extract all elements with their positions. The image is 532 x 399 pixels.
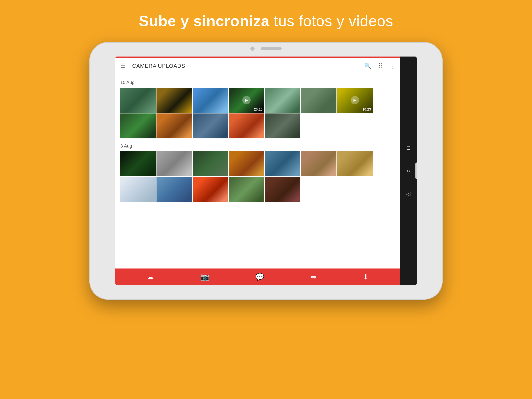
tablet-screen: ☰ CAMERA UPLOADS 🔍 ⠿ ⋮ 10 Aug ▶ [115,57,417,285]
photo-grid-aug10: ▶ 20:10 ▶ 10:23 [120,88,395,138]
front-camera [250,47,254,51]
video-duration: 10:23 [362,108,371,111]
list-item[interactable] [265,114,300,138]
sync-icon[interactable]: ⇔ [310,273,316,281]
play-button[interactable]: ▶ [351,96,359,104]
list-item[interactable] [229,114,264,138]
list-item[interactable] [265,151,300,176]
tablet-device: ☰ CAMERA UPLOADS 🔍 ⠿ ⋮ 10 Aug ▶ [89,42,443,300]
android-back-button[interactable]: ◁ [406,191,411,197]
headline-rest: tus fotos y videos [270,13,393,29]
list-item[interactable] [229,151,264,176]
photo-scroll-area[interactable]: 10 Aug ▶ 20:10 ▶ 10:23 [115,74,400,268]
app-content: ☰ CAMERA UPLOADS 🔍 ⠿ ⋮ 10 Aug ▶ [115,57,400,285]
android-home-button[interactable]: ○ [407,168,410,174]
list-item[interactable] [265,177,300,202]
list-item[interactable] [265,88,300,113]
tablet-top-bar [250,47,282,51]
red-stripe [115,57,400,58]
android-nav-bar: □ ○ ◁ [400,57,417,285]
date-label-aug3: 3 Aug [120,143,395,149]
date-label-aug10: 10 Aug [120,80,395,85]
more-options-icon[interactable]: ⋮ [389,63,395,70]
list-item[interactable] [337,151,373,176]
list-item[interactable] [157,151,192,176]
toolbar-title: CAMERA UPLOADS [132,63,364,69]
list-item[interactable] [229,177,264,202]
list-item[interactable] [157,88,192,113]
bottom-navigation-bar: ☁ 📷 💬 ⇔ ⬇ [115,268,400,285]
list-item[interactable] [193,88,228,113]
play-button[interactable]: ▶ [242,96,251,104]
list-item[interactable] [193,177,228,202]
download-icon[interactable]: ⬇ [363,273,368,281]
list-item[interactable] [120,177,156,202]
list-item[interactable] [120,151,156,176]
list-item[interactable] [157,177,192,202]
hamburger-menu-icon[interactable]: ☰ [120,63,126,70]
list-item[interactable]: ▶ 20:10 [229,88,264,113]
video-duration: 20:10 [254,108,262,111]
headline-bold: Sube y sincroniza [139,13,270,29]
list-item[interactable] [120,88,156,113]
chat-icon[interactable]: 💬 [255,273,264,281]
toolbar: ☰ CAMERA UPLOADS 🔍 ⠿ ⋮ [115,58,400,74]
camera-icon[interactable]: 📷 [200,273,209,281]
list-item[interactable] [301,151,336,176]
headline: Sube y sincroniza tus fotos y videos [139,13,393,30]
list-item[interactable]: ▶ 10:23 [337,88,373,113]
list-item[interactable] [193,114,228,138]
grid-view-icon[interactable]: ⠿ [378,63,383,70]
toolbar-icons: 🔍 ⠿ ⋮ [364,63,395,70]
list-item[interactable] [193,151,228,176]
list-item[interactable] [301,88,336,113]
search-icon[interactable]: 🔍 [364,63,372,70]
list-item[interactable] [157,114,192,138]
photo-grid-aug3 [120,151,395,202]
android-recents-button[interactable]: □ [407,145,410,151]
list-item[interactable] [120,114,156,138]
sensor-bar [261,47,282,50]
side-handle [415,163,417,179]
cloud-upload-icon[interactable]: ☁ [147,273,154,281]
